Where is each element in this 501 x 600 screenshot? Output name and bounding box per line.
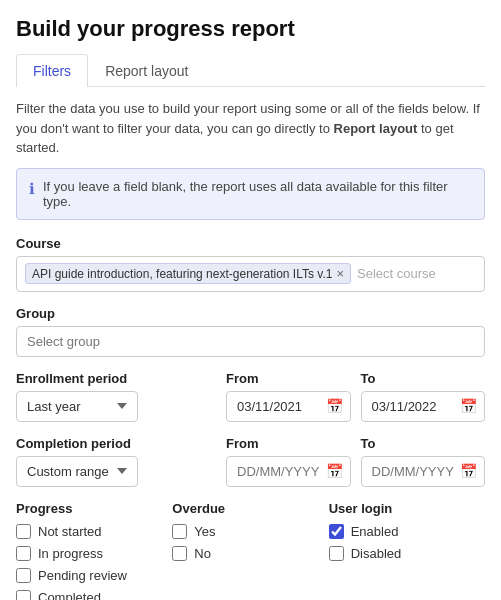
enrollment-from-input[interactable] [226,391,351,422]
progress-in-progress: In progress [16,546,172,561]
user-login-label: User login [329,501,485,516]
tab-report-layout[interactable]: Report layout [88,54,205,87]
enrollment-period-label: Enrollment period [16,371,216,386]
course-tag-text: API guide introduction, featuring next-g… [32,267,332,281]
progress-not-started-label: Not started [38,524,102,539]
enrollment-period-select[interactable]: Last year This year Custom range All tim… [16,391,138,422]
progress-pending-review-checkbox[interactable] [16,568,31,583]
user-login-disabled: Disabled [329,546,485,561]
page-title: Build your progress report [16,16,485,42]
completion-to-input[interactable] [361,456,486,487]
enrollment-to-input[interactable] [361,391,486,422]
overdue-no-label: No [194,546,211,561]
overdue-yes-label: Yes [194,524,215,539]
enrollment-period-select-wrap: Enrollment period Last year This year Cu… [16,371,216,422]
info-icon: ℹ [29,180,35,198]
progress-not-started: Not started [16,524,172,539]
progress-col: Progress Not started In progress Pending… [16,501,172,601]
enrollment-to-input-wrap: 📅 [361,391,486,422]
user-login-enabled-checkbox[interactable] [329,524,344,539]
progress-completed-label: Completed [38,590,101,601]
course-field: Course API guide introduction, featuring… [16,236,485,292]
enrollment-period-row: Enrollment period Last year This year Cu… [16,371,485,422]
user-login-disabled-label: Disabled [351,546,402,561]
course-placeholder: Select course [357,266,436,281]
progress-completed-checkbox[interactable] [16,590,31,601]
enrollment-from-input-wrap: 📅 [226,391,351,422]
user-login-enabled: Enabled [329,524,485,539]
info-box: ℹ If you leave a field blank, the report… [16,168,485,220]
progress-not-started-checkbox[interactable] [16,524,31,539]
user-login-disabled-checkbox[interactable] [329,546,344,561]
completion-from-wrap: From 📅 [226,436,351,487]
progress-label: Progress [16,501,172,516]
info-box-text: If you leave a field blank, the report u… [43,179,472,209]
overdue-col: Overdue Yes No [172,501,328,601]
filter-description: Filter the data you use to build your re… [16,99,485,158]
group-field: Group [16,306,485,357]
completion-to-wrap: To 📅 [361,436,486,487]
checkboxes-section: Progress Not started In progress Pending… [16,501,485,601]
group-input[interactable] [16,326,485,357]
progress-completed: Completed [16,590,172,601]
tab-bar: Filters Report layout [16,54,485,87]
completion-from-input-wrap: 📅 [226,456,351,487]
user-login-enabled-label: Enabled [351,524,399,539]
completion-period-select[interactable]: Last year Custom range This year All tim… [16,456,138,487]
course-tag: API guide introduction, featuring next-g… [25,263,351,284]
progress-in-progress-checkbox[interactable] [16,546,31,561]
completion-to-label: To [361,436,486,451]
completion-from-input[interactable] [226,456,351,487]
course-tag-remove[interactable]: × [336,266,344,281]
overdue-no-checkbox[interactable] [172,546,187,561]
completion-to-input-wrap: 📅 [361,456,486,487]
progress-pending-review-label: Pending review [38,568,127,583]
overdue-label: Overdue [172,501,328,516]
completion-from-label: From [226,436,351,451]
enrollment-from-label: From [226,371,351,386]
report-layout-link[interactable]: Report layout [334,121,418,136]
overdue-yes-checkbox[interactable] [172,524,187,539]
tab-filters[interactable]: Filters [16,54,88,87]
enrollment-to-label: To [361,371,486,386]
enrollment-to-wrap: To 📅 [361,371,486,422]
group-label: Group [16,306,485,321]
progress-pending-review: Pending review [16,568,172,583]
user-login-col: User login Enabled Disabled [329,501,485,601]
completion-period-label: Completion period [16,436,216,451]
overdue-yes: Yes [172,524,328,539]
progress-in-progress-label: In progress [38,546,103,561]
course-tag-input[interactable]: API guide introduction, featuring next-g… [16,256,485,292]
completion-period-select-wrap: Completion period Last year Custom range… [16,436,216,487]
overdue-no: No [172,546,328,561]
completion-period-row: Completion period Last year Custom range… [16,436,485,487]
course-label: Course [16,236,485,251]
enrollment-from-wrap: From 📅 [226,371,351,422]
